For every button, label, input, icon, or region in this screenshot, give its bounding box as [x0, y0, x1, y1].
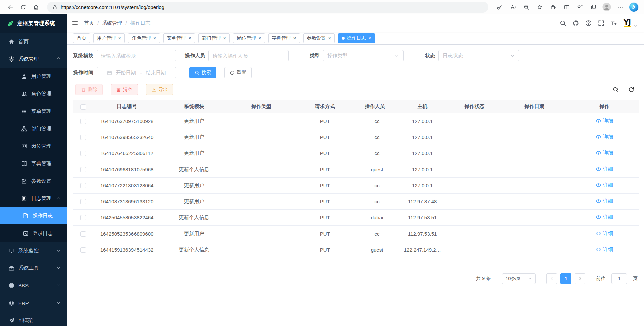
password-key-icon[interactable]	[494, 1, 505, 13]
sidebar-item-menu-mgmt[interactable]: 菜单管理	[0, 103, 67, 120]
sidebar-item-post-mgmt[interactable]: 岗位管理	[0, 137, 67, 155]
tab-user-mgmt[interactable]: 用户管理×	[93, 33, 125, 43]
sidebar-item-dept-mgmt[interactable]: 部门管理	[0, 120, 67, 137]
column-header-date[interactable]: 操作日期	[503, 100, 570, 113]
row-checkbox[interactable]	[80, 183, 86, 188]
tab-menu-mgmt[interactable]: 菜单管理×	[163, 33, 195, 43]
show-search-toggle-icon[interactable]	[613, 87, 619, 93]
app-logo[interactable]: 意框架管理系统	[0, 14, 67, 33]
current-page-button[interactable]: 1	[560, 273, 571, 284]
close-icon[interactable]: ×	[118, 36, 121, 41]
sidebar-item-system-monitor[interactable]: 系统监控	[0, 242, 67, 259]
detail-link[interactable]: 详细	[596, 166, 613, 172]
detail-link[interactable]: 详细	[596, 182, 613, 188]
detail-link[interactable]: 详细	[596, 214, 613, 220]
more-options-icon[interactable]	[614, 1, 626, 13]
back-button[interactable]	[5, 1, 16, 13]
row-checkbox[interactable]	[80, 199, 86, 204]
sidebar-item-role-mgmt[interactable]: 角色管理	[0, 85, 67, 103]
prev-page-button[interactable]	[546, 273, 557, 284]
sidebar-item-system-tools[interactable]: 系统工具	[0, 259, 67, 277]
user-logo[interactable]: YJ	[624, 19, 631, 27]
next-page-button[interactable]	[575, 273, 585, 284]
help-icon[interactable]	[585, 20, 592, 26]
sidebar-item-dict-mgmt[interactable]: 字典管理	[0, 155, 67, 172]
tab-label: 首页	[77, 35, 86, 41]
sidebar-item-erp[interactable]: ERP	[0, 294, 67, 312]
detail-link[interactable]: 详细	[596, 118, 613, 124]
goto-page-input[interactable]	[611, 273, 627, 284]
reset-button[interactable]: 重置	[224, 67, 252, 78]
tab-home[interactable]: 首页	[73, 33, 90, 43]
sidebar-item-param-settings[interactable]: 参数设置	[0, 172, 67, 190]
split-screen-icon[interactable]	[561, 1, 572, 13]
read-aloud-icon[interactable]	[507, 1, 519, 13]
sidebar-item-home[interactable]: 首页	[0, 33, 67, 50]
detail-link[interactable]: 详细	[596, 134, 613, 140]
tab-role-mgmt[interactable]: 角色管理×	[128, 33, 160, 43]
close-icon[interactable]: ×	[293, 36, 296, 41]
refresh-table-icon[interactable]	[628, 87, 634, 93]
tab-post-mgmt[interactable]: 岗位管理×	[233, 33, 265, 43]
type-select[interactable]: 操作类型	[323, 50, 404, 61]
sidebar-item-bbs[interactable]: BBS	[0, 277, 67, 294]
sidebar-item-login-log[interactable]: 登录日志	[0, 224, 67, 242]
row-checkbox[interactable]	[80, 119, 86, 124]
extension-icon[interactable]	[547, 1, 559, 13]
add-favorite-star-icon[interactable]	[534, 1, 545, 13]
sidebar-item-system-mgmt[interactable]: 系统管理	[0, 50, 67, 68]
tab-oper-log[interactable]: 操作日志×	[338, 33, 375, 43]
clear-button[interactable]: 清空	[111, 84, 138, 95]
detail-link[interactable]: 详细	[596, 246, 613, 253]
row-checkbox[interactable]	[80, 231, 86, 237]
browser-home-button[interactable]	[30, 1, 42, 13]
close-icon[interactable]: ×	[328, 36, 331, 41]
row-checkbox[interactable]	[80, 167, 86, 172]
tab-dict-mgmt[interactable]: 字典管理×	[268, 33, 300, 43]
zoom-out-icon[interactable]	[521, 1, 532, 13]
page-size-select[interactable]: 10条/页	[502, 273, 536, 284]
row-checkbox[interactable]	[80, 151, 86, 156]
hamburger-icon[interactable]	[72, 20, 78, 26]
breadcrumb-item[interactable]: 系统管理	[102, 20, 122, 26]
tab-param-settings[interactable]: 参数设置×	[303, 33, 335, 43]
close-icon[interactable]: ×	[223, 36, 226, 41]
font-size-icon[interactable]	[611, 20, 617, 26]
tab-dept-mgmt[interactable]: 部门管理×	[198, 33, 230, 43]
row-checkbox[interactable]	[80, 247, 86, 253]
delete-button[interactable]: 删除	[75, 84, 103, 95]
fullscreen-icon[interactable]	[598, 20, 604, 26]
collections-icon[interactable]	[588, 1, 599, 13]
detail-link[interactable]: 详细	[596, 150, 613, 156]
sidebar-item-log-mgmt[interactable]: 日志管理	[0, 190, 67, 207]
close-icon[interactable]: ×	[153, 36, 156, 41]
module-input[interactable]	[97, 50, 176, 61]
close-icon[interactable]: ×	[188, 36, 191, 41]
export-button[interactable]: 导出	[146, 84, 173, 95]
sort-caret-icon[interactable]	[387, 104, 389, 110]
sidebar-item-oper-log[interactable]: 操作日志	[0, 207, 67, 224]
sidebar-item-yi-framework[interactable]: Yi框架	[0, 312, 67, 326]
date-range-picker[interactable]: 开始日期 - 结束日期	[97, 67, 176, 78]
search-icon[interactable]	[560, 20, 566, 26]
status-select[interactable]: 日志状态	[438, 50, 519, 61]
detail-link[interactable]: 详细	[596, 230, 613, 237]
operator-input[interactable]	[208, 50, 289, 61]
close-icon[interactable]: ×	[258, 36, 261, 41]
row-checkbox[interactable]	[80, 215, 86, 220]
sort-caret-icon[interactable]	[546, 104, 549, 110]
sidebar-item-user-mgmt[interactable]: 用户管理	[0, 68, 67, 85]
reload-button[interactable]	[17, 1, 29, 13]
breadcrumb-item[interactable]: 首页	[84, 20, 94, 26]
search-button[interactable]: 搜索	[189, 67, 216, 78]
detail-link[interactable]: 详细	[596, 198, 613, 204]
select-all-checkbox[interactable]	[80, 104, 86, 110]
close-icon[interactable]: ×	[368, 36, 371, 41]
row-checkbox[interactable]	[80, 135, 86, 140]
column-header-operator[interactable]: 操作人员	[355, 100, 399, 113]
address-bar[interactable]: https://ccnetcore.com:1101/system/log/op…	[47, 2, 488, 13]
favorites-bar-icon[interactable]	[574, 1, 586, 13]
bing-copilot-icon[interactable]: b	[628, 1, 639, 13]
github-icon[interactable]	[573, 20, 579, 26]
profile-avatar[interactable]	[601, 1, 612, 13]
